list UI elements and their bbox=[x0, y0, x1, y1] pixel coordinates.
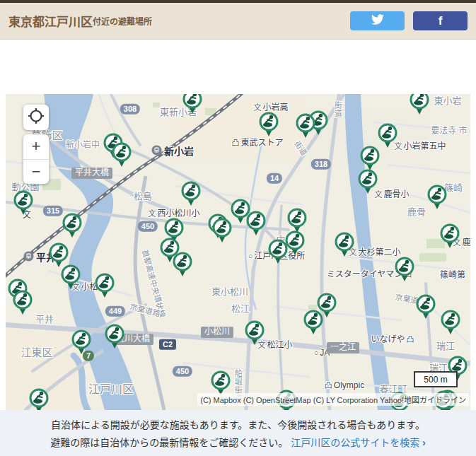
route-shield: 315 bbox=[43, 206, 63, 216]
facebook-share-button[interactable]: f bbox=[413, 11, 468, 30]
crosshair-icon bbox=[28, 107, 45, 127]
evacuation-site-marker[interactable] bbox=[295, 113, 316, 139]
evacuation-site-marker[interactable] bbox=[244, 320, 265, 346]
header: 東京都江戸川区 付近の避難場所 f bbox=[0, 3, 476, 40]
evacuation-site-marker[interactable] bbox=[111, 142, 132, 168]
map-bridge-badge: 一之江 bbox=[327, 342, 359, 353]
map-bridge-badge: 平井大橋 bbox=[71, 168, 112, 179]
evacuation-site-marker[interactable] bbox=[394, 257, 415, 282]
official-site-search-link[interactable]: 江戸川区の公式サイトを検索 bbox=[291, 437, 419, 448]
map-area-label: 松江 bbox=[231, 304, 250, 315]
map-area-label: 瑞江 bbox=[436, 341, 455, 352]
route-shield: 449 bbox=[105, 306, 125, 317]
chevron-right-icon: › bbox=[422, 437, 426, 448]
zoom-in-button[interactable]: + bbox=[23, 134, 49, 160]
twitter-bird-icon bbox=[371, 14, 384, 28]
road-name-label: 街道 bbox=[293, 139, 309, 157]
map-poi-label: ○JA bbox=[313, 349, 330, 358]
ring-icon: ○ bbox=[314, 349, 319, 357]
evacuation-site-marker[interactable] bbox=[180, 181, 202, 206]
zoom-out-button[interactable]: − bbox=[23, 160, 49, 185]
evacuation-site-marker[interactable] bbox=[13, 190, 34, 216]
evacuation-site-marker[interactable] bbox=[182, 94, 203, 115]
footer-notice: 自治体による開設が必要な施設もあります。また、今後開設される場合もあります。 避… bbox=[0, 410, 476, 456]
evacuation-site-marker[interactable] bbox=[104, 324, 125, 349]
ring-icon: ○ bbox=[248, 252, 253, 260]
station-label: 新小岩 bbox=[151, 145, 194, 158]
route-shield: 450 bbox=[138, 221, 158, 232]
footer-line2: 避難の際は自治体からの最新情報をご確認ください。 江戸川区の公式サイトを検索 › bbox=[50, 435, 425, 449]
map-area-label: 平井 bbox=[35, 315, 54, 325]
map-area-label: 東小松川 bbox=[211, 287, 248, 298]
map-poi-label: 文小岩第五中 bbox=[393, 142, 446, 152]
scale-label: 500 m bbox=[424, 375, 447, 385]
evacuation-site-marker[interactable] bbox=[258, 112, 279, 137]
twitter-share-button[interactable] bbox=[350, 11, 405, 30]
map-scale-bar: 500 m bbox=[414, 371, 458, 387]
footer-line1: 自治体による開設が必要な施設もあります。また、今後開設される場合もあります。 bbox=[51, 417, 425, 431]
evacuation-site-marker[interactable] bbox=[303, 310, 324, 335]
evacuation-site-marker[interactable] bbox=[172, 252, 193, 277]
evacuation-site-marker[interactable] bbox=[267, 239, 289, 264]
evacuation-site-marker[interactable] bbox=[415, 294, 436, 320]
map-bridge-badge: 小松川 bbox=[201, 327, 233, 338]
filter-section: 災害種別絞り込み すべての災害 bbox=[0, 40, 476, 94]
map-area-label: 江東区 bbox=[21, 346, 52, 358]
evacuation-site-marker[interactable] bbox=[377, 123, 398, 148]
map-area-label: 要法寺 市 bbox=[431, 127, 467, 136]
page-subtitle: 付近の避難場所 bbox=[93, 15, 152, 27]
evacuation-site-marker[interactable] bbox=[357, 169, 378, 194]
school-icon: 文 bbox=[148, 209, 156, 218]
evacuation-site-marker[interactable] bbox=[211, 218, 233, 243]
zoom-controls: + − bbox=[23, 134, 49, 184]
evacuation-site-marker[interactable] bbox=[60, 264, 81, 290]
evacuation-site-marker[interactable] bbox=[439, 223, 460, 249]
locate-me-button[interactable] bbox=[23, 105, 49, 130]
evacuation-site-marker[interactable] bbox=[62, 213, 83, 238]
route-shield: 318 bbox=[311, 159, 331, 170]
train-station-icon bbox=[151, 145, 162, 158]
evacuation-site-marker[interactable] bbox=[210, 370, 231, 396]
route-shield: 450 bbox=[173, 366, 192, 377]
evacuation-site-marker[interactable] bbox=[409, 94, 430, 115]
map-poi-label: 文大杉第二小 bbox=[347, 248, 400, 258]
evacuation-site-marker[interactable] bbox=[440, 310, 461, 335]
page: 東京都江戸川区 付近の避難場所 f 災害種別絞り込み すべての災害 bbox=[0, 0, 476, 456]
evacuation-site-marker[interactable] bbox=[12, 290, 33, 315]
shop-icon: 凸 bbox=[325, 381, 332, 390]
shop-icon: 凸 bbox=[231, 139, 239, 147]
map-area-label: 新小岩中 bbox=[66, 141, 100, 151]
map-poi-label: 凸東武ストア bbox=[230, 139, 283, 148]
road-name-label: 街道 bbox=[333, 101, 342, 118]
map-area-label: 松島 bbox=[134, 192, 152, 202]
evacuation-site-marker[interactable] bbox=[71, 329, 92, 355]
map-overlay-layer: 葛飾区東小岩東新小岩新小岩中要法寺 市松島鹿骨篠崎動公園中平井東小松川松江江東区… bbox=[6, 94, 470, 410]
evacuation-site-marker[interactable] bbox=[94, 273, 115, 298]
map-area-label: 鹿骨 bbox=[407, 207, 426, 218]
footer-line2-text: 避難の際は自治体からの最新情報をご確認ください。 bbox=[50, 437, 288, 448]
map-poi-label: 篠崎第 bbox=[440, 271, 465, 281]
evacuation-site-marker[interactable] bbox=[245, 211, 267, 236]
evacuation-site-marker[interactable] bbox=[426, 185, 448, 210]
train-station-icon bbox=[23, 251, 34, 264]
road-name-label: 京葉道路 bbox=[129, 303, 161, 319]
shop-icon: 凸 bbox=[407, 335, 414, 344]
route-shield: C2 bbox=[159, 339, 176, 350]
evacuation-site-marker[interactable] bbox=[334, 232, 355, 257]
map-poi-label: 凸Olympic bbox=[323, 381, 364, 391]
evacuation-site-marker[interactable] bbox=[28, 388, 50, 410]
page-title: 東京都江戸川区 bbox=[8, 12, 93, 30]
map-poi-label: いなげや凸 bbox=[371, 335, 415, 345]
map-area-label: 東小岩 bbox=[434, 96, 461, 107]
social-buttons: f bbox=[350, 11, 468, 30]
facebook-icon: f bbox=[439, 15, 443, 27]
map-canvas[interactable]: 葛飾区東小岩東新小岩新小岩中要法寺 市松島鹿骨篠崎動公園中平井東小松川松江江東区… bbox=[6, 94, 470, 410]
route-shield: 14 bbox=[267, 173, 282, 184]
evacuation-site-marker[interactable] bbox=[359, 146, 381, 171]
evacuation-site-marker[interactable] bbox=[286, 208, 308, 233]
route-shield: 308 bbox=[120, 104, 140, 115]
map-poi-label: 文鹿骨小 bbox=[373, 190, 409, 200]
map-attribution[interactable]: (C) Mapbox (C) OpenStreetMap (C) LY Corp… bbox=[197, 393, 469, 406]
school-icon: 文 bbox=[253, 103, 261, 112]
map-area-label: 江戸川区 bbox=[88, 383, 134, 396]
